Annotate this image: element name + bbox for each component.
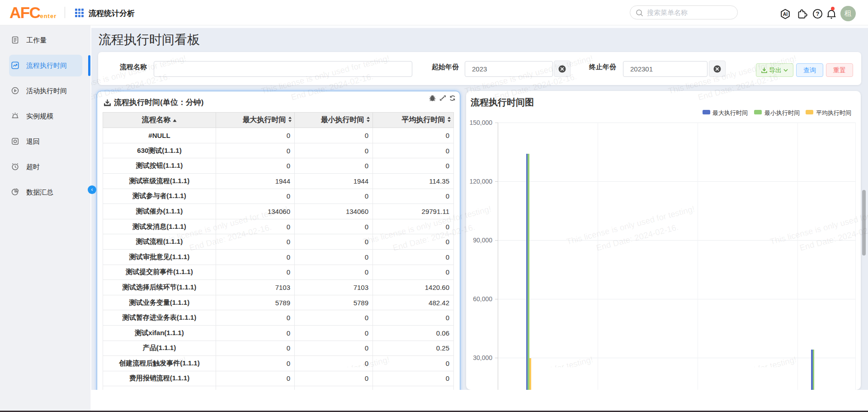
svg-text:?: ? xyxy=(816,10,820,17)
svg-text:AI: AI xyxy=(783,11,788,17)
